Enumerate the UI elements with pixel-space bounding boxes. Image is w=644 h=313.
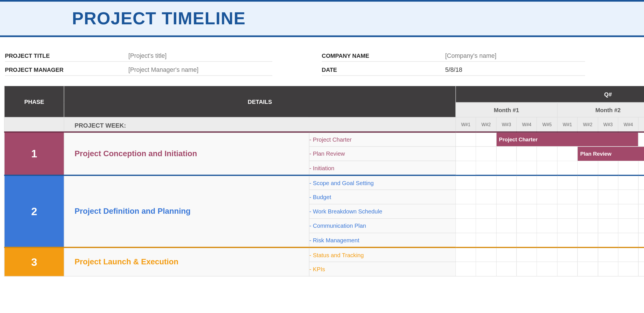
gantt-cell[interactable] <box>598 233 618 247</box>
gantt-cell[interactable] <box>618 190 639 204</box>
gantt-cell[interactable] <box>639 190 644 204</box>
gantt-cell[interactable] <box>496 204 517 219</box>
gantt-bar[interactable]: Project Charter <box>496 132 639 146</box>
gantt-cell[interactable] <box>517 219 537 233</box>
page-title: PROJECT TIMELINE <box>72 9 246 28</box>
title-banner: PROJECT TIMELINE <box>0 0 644 37</box>
gantt-cell[interactable] <box>456 146 476 161</box>
gantt-cell[interactable] <box>577 262 598 276</box>
gantt-cell[interactable] <box>577 175 598 190</box>
gantt-cell[interactable] <box>557 262 577 276</box>
gantt-cell[interactable] <box>476 132 496 146</box>
gantt-cell[interactable] <box>537 146 557 161</box>
gantt-cell[interactable] <box>639 132 644 146</box>
gantt-cell[interactable] <box>639 219 644 233</box>
gantt-cell[interactable] <box>639 161 644 175</box>
gantt-cell[interactable] <box>456 247 476 262</box>
gantt-cell[interactable] <box>598 247 618 262</box>
gantt-cell[interactable] <box>456 132 476 146</box>
gantt-cell[interactable] <box>517 204 537 219</box>
gantt-cell[interactable] <box>618 161 639 175</box>
project-manager-value[interactable]: [Project Manager's name] <box>128 66 198 73</box>
gantt-cell[interactable] <box>476 262 496 276</box>
company-name-value[interactable]: [Company's name] <box>445 52 496 59</box>
gantt-cell[interactable] <box>639 247 644 262</box>
gantt-cell[interactable] <box>537 262 557 276</box>
gantt-cell[interactable] <box>577 161 598 175</box>
gantt-cell[interactable] <box>456 233 476 247</box>
gantt-cell[interactable] <box>517 190 537 204</box>
gantt-cell[interactable] <box>456 161 476 175</box>
gantt-cell[interactable] <box>577 247 598 262</box>
gantt-cell[interactable] <box>577 219 598 233</box>
project-title-value[interactable]: [Project's title] <box>128 52 167 59</box>
gantt-cell[interactable] <box>598 262 618 276</box>
gantt-cell[interactable] <box>618 247 639 262</box>
gantt-cell[interactable] <box>639 175 644 190</box>
gantt-cell[interactable] <box>618 175 639 190</box>
gantt-cell[interactable] <box>557 190 577 204</box>
gantt-cell[interactable] <box>598 204 618 219</box>
gantt-cell[interactable] <box>496 146 517 161</box>
gantt-cell[interactable] <box>557 247 577 262</box>
gantt-cell[interactable] <box>517 146 537 161</box>
gantt-cell[interactable] <box>476 233 496 247</box>
gantt-cell[interactable] <box>496 190 517 204</box>
gantt-cell[interactable] <box>537 219 557 233</box>
gantt-cell[interactable] <box>537 161 557 175</box>
phase-title: Project Definition and Planning <box>64 175 309 247</box>
week-header: W#2 <box>476 117 496 132</box>
gantt-cell[interactable] <box>496 247 517 262</box>
gantt-cell[interactable] <box>618 219 639 233</box>
gantt-cell[interactable] <box>476 247 496 262</box>
gantt-cell[interactable] <box>577 233 598 247</box>
gantt-cell[interactable] <box>517 161 537 175</box>
gantt-cell[interactable] <box>496 219 517 233</box>
gantt-cell[interactable] <box>598 175 618 190</box>
gantt-cell[interactable] <box>557 233 577 247</box>
gantt-cell[interactable] <box>517 233 537 247</box>
gantt-cell[interactable] <box>557 146 577 161</box>
gantt-cell[interactable] <box>618 262 639 276</box>
gantt-cell[interactable] <box>456 175 476 190</box>
gantt-cell[interactable] <box>577 190 598 204</box>
gantt-cell[interactable] <box>598 161 618 175</box>
gantt-cell[interactable] <box>577 204 598 219</box>
gantt-cell[interactable] <box>537 233 557 247</box>
gantt-cell[interactable] <box>639 204 644 219</box>
gantt-cell[interactable] <box>476 146 496 161</box>
gantt-cell[interactable] <box>456 204 476 219</box>
gantt-cell[interactable] <box>618 233 639 247</box>
gantt-cell[interactable] <box>537 175 557 190</box>
gantt-cell[interactable] <box>537 204 557 219</box>
gantt-bar[interactable]: Plan Review <box>577 146 644 161</box>
gantt-cell[interactable] <box>517 247 537 262</box>
gantt-cell[interactable] <box>618 204 639 219</box>
week-header: W#4 <box>517 117 537 132</box>
gantt-cell[interactable] <box>456 190 476 204</box>
gantt-cell[interactable] <box>517 175 537 190</box>
gantt-cell[interactable] <box>517 262 537 276</box>
gantt-cell[interactable] <box>598 219 618 233</box>
gantt-cell[interactable] <box>476 175 496 190</box>
gantt-cell[interactable] <box>496 262 517 276</box>
gantt-cell[interactable] <box>557 175 577 190</box>
gantt-cell[interactable] <box>557 161 577 175</box>
gantt-cell[interactable] <box>476 161 496 175</box>
gantt-cell[interactable] <box>639 262 644 276</box>
gantt-cell[interactable] <box>476 204 496 219</box>
gantt-cell[interactable] <box>537 190 557 204</box>
gantt-cell[interactable] <box>456 219 476 233</box>
gantt-cell[interactable] <box>476 190 496 204</box>
gantt-cell[interactable] <box>537 247 557 262</box>
gantt-cell[interactable] <box>496 233 517 247</box>
gantt-cell[interactable] <box>557 204 577 219</box>
gantt-cell[interactable] <box>496 175 517 190</box>
gantt-cell[interactable] <box>476 219 496 233</box>
gantt-cell[interactable] <box>639 233 644 247</box>
date-value[interactable]: 5/8/18 <box>445 66 462 73</box>
gantt-cell[interactable] <box>496 161 517 175</box>
gantt-cell[interactable] <box>557 219 577 233</box>
gantt-cell[interactable] <box>598 190 618 204</box>
gantt-cell[interactable] <box>456 262 476 276</box>
